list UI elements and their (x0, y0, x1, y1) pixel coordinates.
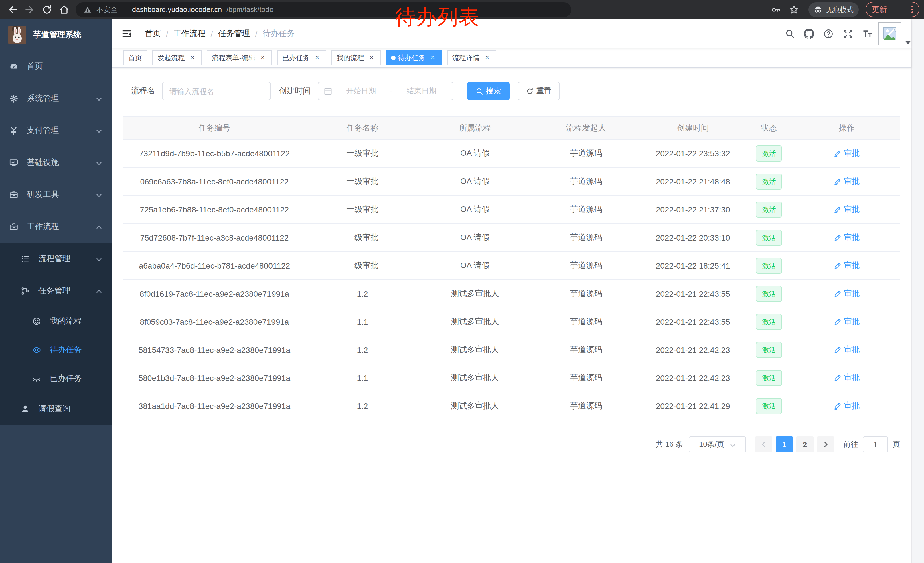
tab-todo-task[interactable]: 待办任务× (386, 50, 442, 65)
todo-task-table: 任务编号任务名称所属流程流程发起人创建时间状态操作 73211d9d-7b9b-… (123, 116, 900, 420)
cell-status: 激活 (744, 336, 794, 364)
sidebar-item-payment-management[interactable]: 支付管理 (0, 114, 112, 147)
browser-update-button[interactable]: 更新 (866, 2, 920, 17)
sidebar-item-infrastructure[interactable]: 基础设施 (0, 147, 112, 179)
tab-create-process[interactable]: 发起流程× (152, 50, 201, 65)
breadcrumb-item[interactable]: 首页 (145, 29, 161, 39)
tab-close-icon[interactable]: × (259, 54, 267, 62)
sidebar-item-todo-task[interactable]: 待办任务 (0, 336, 112, 364)
sidebar-collapse-icon[interactable] (122, 28, 132, 39)
process-name-input[interactable] (162, 82, 271, 100)
approve-link[interactable]: 审批 (834, 148, 860, 158)
reset-button[interactable]: 重置 (518, 82, 560, 100)
sidebar-item-workflow[interactable]: 工作流程 (0, 211, 112, 243)
tab-close-icon[interactable]: × (313, 54, 321, 62)
cell-name: 一级审批 (306, 140, 419, 168)
approve-link[interactable]: 审批 (834, 401, 860, 411)
approve-link-label: 审批 (844, 260, 860, 270)
app-frame: 芋道管理系统 首页系统管理支付管理基础设施研发工具工作流程流程管理任务管理我的流… (0, 20, 924, 563)
browser-reload-icon[interactable] (41, 4, 52, 15)
tab-process-form-edit[interactable]: 流程表单-编辑× (207, 50, 272, 65)
address-bar[interactable]: 不安全 dashboard.yudao.iocoder.cn/bpm/task/… (76, 2, 572, 17)
approve-link[interactable]: 审批 (834, 372, 860, 383)
sidebar-logo-row[interactable]: 芋道管理系统 (0, 20, 112, 50)
tab-process-detail[interactable]: 流程详情× (447, 50, 496, 65)
scrollbar-track[interactable] (911, 20, 924, 563)
incognito-badge[interactable]: 无痕模式 (808, 2, 859, 17)
cell-status: 激活 (744, 392, 794, 420)
pagination: 共 16 条 10条/页 12 前往 页 (123, 437, 900, 452)
pen-icon (834, 177, 842, 185)
status-badge: 激活 (756, 314, 782, 330)
help-icon[interactable] (823, 29, 834, 39)
sidebar-item-dev-tools[interactable]: 研发工具 (0, 179, 112, 211)
sidebar-item-home[interactable]: 首页 (0, 50, 112, 83)
breadcrumb: 首页/工作流程/任务管理/待办任务 (145, 20, 294, 48)
navbar: 首页/工作流程/任务管理/待办任务 (112, 20, 911, 48)
cell-action: 审批 (794, 392, 900, 420)
browser-home-icon[interactable] (58, 4, 70, 15)
cell-initiator: 芋道源码 (531, 140, 641, 168)
approve-link[interactable]: 审批 (834, 344, 860, 355)
table-row: a6aba0a4-7b6d-11ec-b781-acde48001122一级审批… (123, 252, 900, 280)
chevron-down-icon (96, 95, 102, 102)
tab-close-icon[interactable]: × (483, 54, 491, 62)
browser-back-icon[interactable] (7, 4, 18, 15)
approve-link[interactable]: 审批 (834, 288, 860, 299)
create-time-label: 创建时间 (279, 86, 311, 96)
browser-menu-dots-icon[interactable] (911, 6, 913, 13)
approve-link[interactable]: 审批 (834, 260, 860, 270)
breadcrumb-item[interactable]: 工作流程 (174, 29, 206, 39)
cell-action: 审批 (794, 252, 900, 280)
page-button-2[interactable]: 2 (796, 437, 813, 452)
end-date-placeholder[interactable]: 结束日期 (396, 86, 447, 96)
eye-icon (32, 345, 41, 354)
tab-close-icon[interactable]: × (429, 54, 437, 62)
browser-forward-icon[interactable] (24, 4, 36, 15)
tab-close-icon[interactable]: × (188, 54, 196, 62)
github-icon[interactable] (804, 29, 814, 39)
cell-process: OA 请假 (419, 140, 531, 168)
search-button-icon (476, 87, 483, 95)
cell-id: 8f059c03-7ac8-11ec-a9e2-a2380e71991a (123, 308, 306, 336)
tab-done-task[interactable]: 已办任务× (277, 50, 326, 65)
font-size-icon[interactable] (862, 29, 873, 39)
sidebar-item-done-task[interactable]: 已办任务 (0, 364, 112, 393)
approve-link[interactable]: 审批 (834, 317, 860, 327)
user-avatar-broken-image[interactable] (878, 23, 901, 45)
create-time-range-picker[interactable]: 开始日期 - 结束日期 (318, 82, 453, 100)
page-size-select[interactable]: 10条/页 (689, 437, 746, 452)
approve-link[interactable]: 审批 (834, 204, 860, 215)
start-date-placeholder[interactable]: 开始日期 (336, 86, 387, 96)
next-page-button[interactable] (817, 437, 834, 452)
sidebar-item-my-process[interactable]: 我的流程 (0, 307, 112, 336)
user-menu-caret-icon[interactable] (905, 37, 911, 42)
sidebar-item-leave-query[interactable]: 请假查询 (0, 393, 112, 425)
approve-link[interactable]: 审批 (834, 232, 860, 243)
incognito-icon (813, 5, 823, 14)
password-key-icon[interactable] (771, 5, 781, 15)
screen: 不安全 dashboard.yudao.iocoder.cn/bpm/task/… (0, 0, 924, 563)
tab-home[interactable]: 首页 (123, 50, 147, 65)
fullscreen-icon[interactable] (843, 29, 853, 39)
breadcrumb-item[interactable]: 任务管理 (218, 29, 250, 39)
search-button[interactable]: 搜索 (467, 82, 510, 100)
sidebar-item-task-management[interactable]: 任务管理 (0, 275, 112, 307)
sidebar-item-process-management[interactable]: 流程管理 (0, 243, 112, 275)
cell-id: a6aba0a4-7b6d-11ec-b781-acde48001122 (123, 252, 306, 280)
not-secure-warning-icon[interactable] (84, 6, 92, 14)
tab-my-process[interactable]: 我的流程× (332, 50, 381, 65)
bookmark-star-icon[interactable] (789, 5, 799, 15)
status-badge: 激活 (756, 342, 782, 358)
approve-link[interactable]: 审批 (834, 176, 860, 186)
goto-label: 前往 (843, 439, 858, 450)
page-button-1[interactable]: 1 (776, 437, 793, 452)
sidebar-item-label: 工作流程 (27, 222, 59, 232)
search-icon[interactable] (785, 29, 795, 39)
security-label[interactable]: 不安全 (96, 5, 118, 15)
tab-close-icon[interactable]: × (368, 54, 375, 62)
goto-page-input[interactable] (863, 437, 888, 452)
approve-link-label: 审批 (844, 344, 860, 355)
prev-page-button[interactable] (755, 437, 772, 452)
sidebar-item-system-management[interactable]: 系统管理 (0, 83, 112, 114)
